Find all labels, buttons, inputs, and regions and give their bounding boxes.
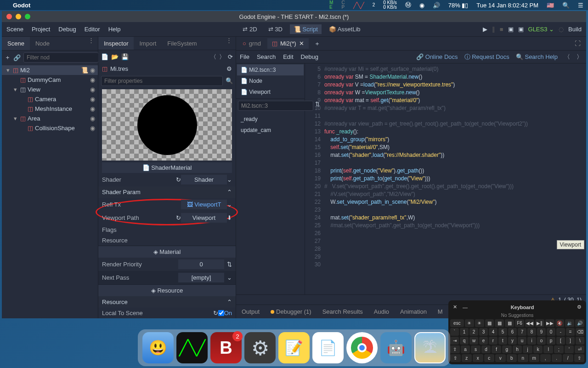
link-request-docs[interactable]: ⓘ Request Docs — [464, 53, 509, 61]
volume-icon[interactable]: 🔊 — [433, 2, 440, 9]
link-search-help[interactable]: 🔍 Search Help — [516, 53, 558, 60]
key[interactable]: t — [498, 337, 507, 345]
tool-icon[interactable]: ⚙ — [226, 65, 232, 72]
method-_ready[interactable]: _ready — [237, 114, 304, 125]
prop-value[interactable]: 🖼 ViewportT — [181, 200, 227, 209]
tree-node-meshinstance[interactable]: ◫ MeshInstance◉ — [2, 104, 98, 114]
section-shader-param[interactable]: Shader Param⌃ — [98, 186, 236, 198]
new-tab-icon[interactable]: ＋ — [311, 40, 324, 48]
history-icon[interactable]: ⟳ — [228, 53, 233, 60]
tree-node-camera[interactable]: ◫ Camera◉ — [2, 94, 98, 104]
key[interactable]: 6 — [508, 328, 517, 336]
key[interactable]: ▦ — [505, 319, 514, 327]
workspace-script[interactable]: 📜 Script — [290, 24, 322, 34]
key[interactable]: 5 — [498, 328, 507, 336]
key[interactable]: ⌫ — [576, 328, 584, 336]
tree-node-mi2[interactable]: ▾◫ Mi2📜 ◉ — [2, 65, 98, 75]
key[interactable]: ⇧ — [450, 354, 461, 362]
key[interactable]: F6 — [515, 319, 524, 327]
script-list-item[interactable]: 📄 Mi2.tscn::3 — [237, 64, 304, 75]
key[interactable]: / — [563, 354, 573, 362]
link-icon[interactable]: 🔗 — [13, 54, 21, 61]
dock-textedit[interactable]: 📄 — [312, 332, 344, 363]
chevron-down-icon[interactable]: ⌄ — [227, 176, 232, 183]
key[interactable]: j — [523, 345, 532, 353]
pause-icon[interactable]: ‖ — [492, 26, 495, 33]
add-node-icon[interactable]: ＋ — [5, 53, 11, 62]
menu-project[interactable]: Project — [32, 26, 50, 33]
tab-scene[interactable]: Scene — [2, 37, 30, 50]
script-menu-file[interactable]: File — [240, 53, 249, 60]
key[interactable]: [ — [556, 337, 565, 345]
stop-icon[interactable]: ■ — [500, 26, 503, 33]
key[interactable]: p — [547, 337, 555, 345]
key[interactable]: e — [479, 337, 488, 345]
key[interactable]: = — [566, 328, 575, 336]
bottom-tab-output[interactable]: Output — [236, 308, 265, 315]
key[interactable]: z — [462, 354, 472, 362]
script-menu-edit[interactable]: Edit — [283, 53, 293, 60]
key[interactable]: b — [507, 354, 517, 362]
method-filter-input[interactable] — [238, 101, 313, 111]
play-icon[interactable]: ▶ — [483, 26, 487, 33]
save-resource-icon[interactable]: 💾 — [121, 53, 129, 60]
key[interactable]: o — [537, 337, 546, 345]
key[interactable]: ☀ — [465, 319, 474, 327]
key[interactable]: f — [492, 345, 501, 353]
key[interactable]: q — [460, 337, 469, 345]
nav-fwd-icon[interactable]: 〉 — [577, 53, 582, 61]
key[interactable]: 🔇 — [555, 319, 565, 327]
panel-menu-icon[interactable]: ⋮ — [222, 37, 236, 50]
key[interactable]: s — [471, 345, 481, 353]
flag-icon[interactable]: 🇺🇸 — [547, 2, 554, 9]
render-priority-value[interactable]: 0 — [178, 259, 224, 269]
workspace-2d[interactable]: ⇄ 2D — [239, 24, 260, 34]
tree-node-collisionshape[interactable]: ◫ CollisionShape◉ — [2, 123, 98, 133]
close-window[interactable] — [6, 14, 12, 19]
tree-node-dummycam[interactable]: ◫ DummyCam◉ — [2, 75, 98, 85]
reset-icon[interactable]: ↻ — [213, 310, 218, 316]
menu-debug[interactable]: Debug — [58, 26, 76, 33]
virtual-keyboard[interactable]: ✕ ― Keyboard ⚙ No Suggestions esc☀☀▦▦▦F6… — [448, 300, 586, 364]
key[interactable]: w — [469, 337, 478, 345]
back-icon[interactable]: 〈 — [210, 53, 216, 61]
reset-icon[interactable]: ↻ — [176, 214, 181, 221]
bottom-tab-m[interactable]: M — [432, 308, 448, 315]
key[interactable]: n — [518, 354, 528, 362]
key[interactable]: ⇪ — [450, 345, 460, 353]
collapse-icon[interactable]: ⌃ — [227, 299, 232, 305]
dock-godot[interactable]: 🤖 — [380, 332, 412, 363]
new-resource-icon[interactable]: 📄 — [101, 53, 108, 60]
key[interactable]: d — [481, 345, 491, 353]
key[interactable]: m — [529, 354, 540, 362]
script-tab-Mi2[interactable]: ◫ Mi2(*) ✕ — [267, 38, 309, 49]
key[interactable]: - — [556, 328, 565, 336]
key[interactable]: ⇥ — [450, 337, 459, 345]
key[interactable]: 🔊 — [575, 319, 584, 327]
key[interactable]: . — [552, 354, 562, 362]
script-menu-search[interactable]: Search — [257, 53, 276, 60]
local-to-scene-checkbox[interactable] — [218, 310, 224, 316]
expand-icon[interactable]: ⛶ — [571, 40, 584, 47]
bottom-tab-search[interactable]: Search Results — [317, 308, 368, 315]
prop-value[interactable]: Shader — [181, 175, 227, 184]
key[interactable]: k — [533, 345, 543, 353]
panel-menu-icon[interactable]: ⋮ — [85, 37, 98, 50]
reset-icon[interactable]: ↻ — [176, 176, 181, 183]
dock-finder[interactable]: 😃 — [142, 332, 174, 363]
key[interactable]: ] — [566, 337, 575, 345]
script-list-item[interactable]: 📄 Node — [237, 75, 304, 86]
key[interactable]: ; — [554, 345, 564, 353]
key[interactable]: 8 — [527, 328, 536, 336]
app-name[interactable]: Godot — [13, 2, 30, 9]
assign-icon[interactable]: ⬇ — [227, 214, 232, 221]
forward-icon[interactable]: 〉 — [219, 53, 225, 61]
menu-editor[interactable]: Editor — [85, 26, 100, 33]
script-tab-grnd[interactable]: ○ grnd — [238, 38, 266, 49]
minimize-window[interactable] — [16, 14, 21, 19]
key[interactable]: r — [489, 337, 498, 345]
battery[interactable]: 78% ▮▯ — [448, 2, 469, 9]
key[interactable]: ◀◀ — [525, 319, 534, 327]
link-online-docs[interactable]: 🔗 Online Docs — [416, 53, 458, 60]
script-list-item[interactable]: 📄 Viewport — [237, 86, 304, 98]
